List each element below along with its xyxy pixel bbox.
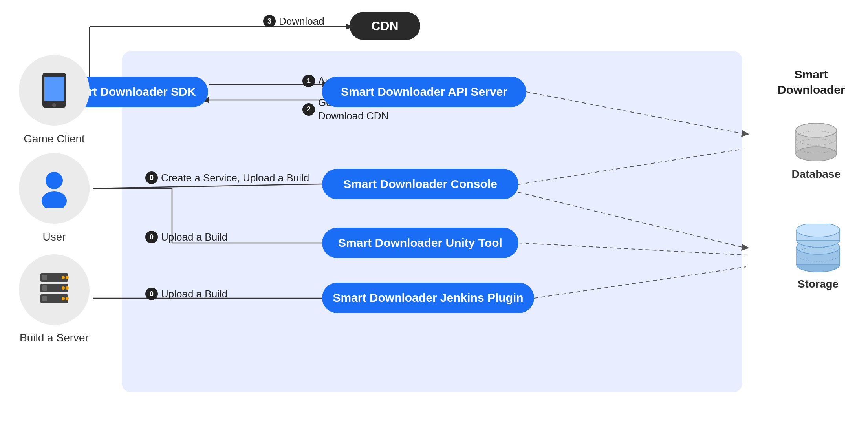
svg-point-40: [46, 172, 63, 189]
database-icon-group: Database: [791, 122, 841, 181]
cdn-label: CDN: [371, 19, 398, 33]
svg-rect-51: [42, 296, 47, 301]
unity-button[interactable]: Smart Downloader Unity Tool: [322, 228, 518, 258]
svg-point-27: [796, 123, 837, 137]
svg-point-48: [62, 286, 65, 290]
api-button[interactable]: Smart Downloader API Server: [322, 77, 526, 107]
database-label: Database: [791, 168, 841, 181]
svg-rect-38: [44, 77, 64, 101]
api-label: Smart Downloader API Server: [341, 85, 507, 98]
svg-rect-47: [42, 285, 47, 291]
svg-point-45: [66, 276, 69, 279]
step0a-text: Create a Service, Upload a Build: [161, 172, 309, 184]
build-server-text: Build a Server: [20, 332, 89, 344]
smart-downloader-text: SmartDownloader: [778, 68, 845, 96]
step2-badge: 2: [302, 103, 315, 116]
svg-point-53: [66, 297, 69, 300]
user-text: User: [42, 231, 66, 243]
svg-rect-43: [42, 275, 47, 280]
jenkins-label: Smart Downloader Jenkins Plugin: [333, 291, 523, 305]
step0c-text: Upload a Build: [161, 288, 227, 300]
smart-downloader-right-label: SmartDownloader: [778, 67, 844, 97]
jenkins-button[interactable]: Smart Downloader Jenkins Plugin: [322, 283, 534, 313]
step3-text: Download: [279, 15, 324, 27]
database-svg: [793, 122, 840, 165]
svg-point-44: [62, 276, 65, 279]
game-client-text: Game Client: [24, 133, 85, 145]
cdn-node: CDN: [350, 12, 420, 40]
storage-label: Storage: [798, 278, 839, 290]
phone-icon: [38, 71, 70, 110]
step0a-label: 0 Create a Service, Upload a Build: [145, 171, 309, 184]
server-icon: [37, 271, 72, 308]
step0c-badge: 0: [145, 288, 158, 300]
svg-point-36: [797, 224, 840, 237]
step0b-text: Upload a Build: [161, 231, 227, 243]
step0b-badge: 0: [145, 231, 158, 243]
unity-label: Smart Downloader Unity Tool: [338, 236, 502, 250]
svg-point-52: [62, 297, 65, 300]
build-server-label: Build a Server: [19, 332, 90, 344]
step1-badge: 1: [302, 75, 315, 87]
user-circle: [19, 153, 90, 224]
svg-marker-18: [741, 130, 749, 137]
storage-svg: [793, 224, 844, 275]
step0c-label: 0 Upload a Build: [145, 288, 227, 300]
game-client-circle: [19, 55, 90, 126]
svg-point-41: [42, 191, 67, 208]
step0b-label: 0 Upload a Build: [145, 231, 227, 243]
console-button[interactable]: Smart Downloader Console: [322, 169, 518, 199]
storage-icon-group: Storage: [793, 224, 844, 290]
game-client-label: Game Client: [19, 133, 90, 145]
step0a-badge: 0: [145, 171, 158, 184]
console-label: Smart Downloader Console: [343, 177, 497, 191]
step3-download-label: 3 Download: [263, 15, 324, 27]
diagram-container: CDN: [0, 0, 868, 425]
user-label: User: [19, 231, 90, 243]
svg-point-26: [796, 147, 837, 161]
step3-badge: 3: [263, 15, 276, 27]
user-icon: [37, 169, 72, 208]
svg-point-49: [66, 286, 69, 290]
svg-point-39: [52, 103, 56, 107]
build-server-circle: [19, 254, 90, 325]
svg-marker-21: [741, 244, 749, 251]
